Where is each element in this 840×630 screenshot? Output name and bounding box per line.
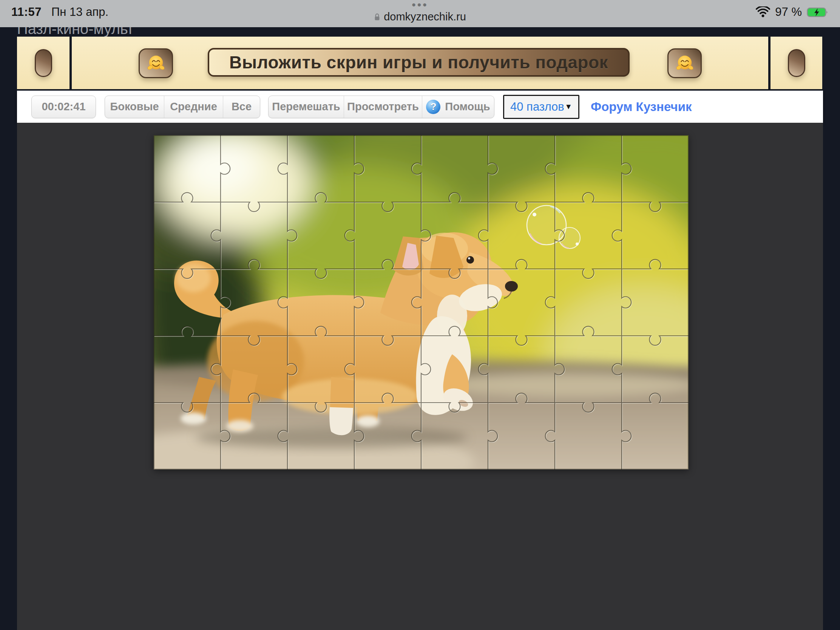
filter-button-group: Боковые Средние Все <box>105 96 260 118</box>
chevron-down-icon: ▼ <box>565 103 572 111</box>
battery-percent: 97 % <box>775 5 802 19</box>
help-question-icon: ? <box>426 100 441 114</box>
left-pill-button[interactable] <box>35 49 52 77</box>
hugging-face-emoji-icon <box>146 53 166 74</box>
right-pill-button[interactable] <box>788 49 805 77</box>
wifi-icon <box>756 6 770 18</box>
shuffle-button[interactable]: Перемешать <box>268 96 344 118</box>
help-button-label: Помощь <box>445 101 490 113</box>
clock-date: Пн 13 апр. <box>51 5 108 19</box>
header-left-cell <box>17 36 72 89</box>
filter-all-button[interactable]: Все <box>223 96 260 118</box>
puzzle-toolbar: 00:02:41 Боковые Средние Все Перемешать … <box>17 91 823 123</box>
hugging-face-emoji-icon <box>674 53 695 74</box>
hug-emoji-button-right[interactable] <box>667 48 702 78</box>
clipped-page-title: Пазл-кино-мульт <box>17 27 281 37</box>
game-header: Выложить скрин игры и получить подарок <box>17 36 822 89</box>
promo-banner-button[interactable]: Выложить скрин игры и получить подарок <box>208 48 630 77</box>
status-left: 11:57 Пн 13 апр. <box>11 5 108 19</box>
promo-banner-label: Выложить скрин игры и получить подарок <box>229 52 608 73</box>
pieces-count-select[interactable]: 40 пазлов ▼ <box>503 95 579 119</box>
filter-edges-button[interactable]: Боковые <box>105 96 164 118</box>
preview-button[interactable]: Просмотреть <box>344 96 422 118</box>
forum-link[interactable]: Форум Кузнечик <box>591 100 692 114</box>
jigsaw-grid-overlay <box>154 135 688 469</box>
status-right: 97 % <box>756 5 830 19</box>
ios-status-bar: 11:57 Пн 13 апр. ••• domkyznechik.ru 97 … <box>0 0 840 27</box>
pieces-count-value: 40 пазлов <box>510 100 564 114</box>
battery-charging-icon <box>807 6 830 18</box>
filter-middle-button[interactable]: Средние <box>164 96 223 118</box>
safari-address-area[interactable]: ••• domkyznechik.ru <box>325 0 515 23</box>
action-button-group: Перемешать Просмотреть ? Помощь <box>268 96 494 118</box>
puzzle-canvas-area <box>17 123 823 630</box>
timer-display: 00:02:41 <box>32 96 96 118</box>
lock-icon <box>374 13 381 22</box>
clock-time: 11:57 <box>11 5 41 19</box>
help-button[interactable]: ? Помощь <box>422 96 494 118</box>
puzzle-board[interactable] <box>154 135 688 469</box>
hug-emoji-button-left[interactable] <box>139 48 173 78</box>
header-main-cell: Выложить скрин игры и получить подарок <box>72 36 768 89</box>
url-text[interactable]: domkyznechik.ru <box>384 11 466 23</box>
tab-overview-dots-icon: ••• <box>325 0 515 10</box>
header-right-cell <box>768 36 822 89</box>
